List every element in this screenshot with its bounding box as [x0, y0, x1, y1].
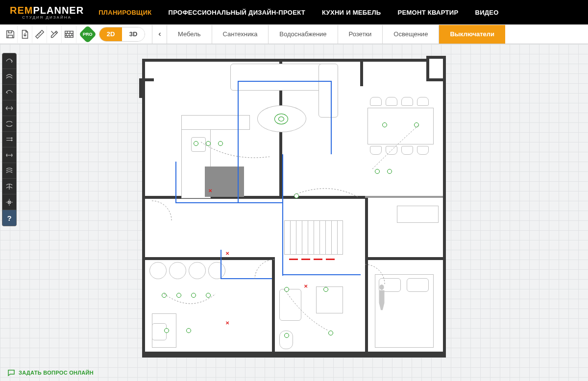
- nav-video[interactable]: ВИДЕО: [475, 9, 498, 16]
- view-2d-button[interactable]: 2D: [99, 27, 122, 41]
- wall-tool-button[interactable]: [62, 25, 76, 43]
- toolbar: PRO 2D 3D Мебель Сантехника Водоснабжени…: [0, 24, 588, 44]
- left-toolbar: ?: [2, 53, 17, 226]
- ask-online-button[interactable]: ЗАДАТЬ ВОПРОС ОНЛАЙН: [7, 368, 94, 377]
- pro-badge[interactable]: PRO: [79, 25, 97, 43]
- toolbar-help[interactable]: ?: [2, 210, 16, 226]
- view-3d-button[interactable]: 3D: [122, 27, 145, 41]
- tab-plumbing[interactable]: Сантехника: [212, 25, 269, 44]
- save-button[interactable]: [3, 25, 18, 43]
- toolbar-switch-3[interactable]: [2, 85, 16, 100]
- svg-point-2: [379, 285, 384, 290]
- measure-button[interactable]: [32, 25, 47, 43]
- pro-label: PRO: [83, 31, 93, 36]
- category-tabs: Мебель Сантехника Водоснабжение Розетки …: [167, 25, 588, 44]
- logo-text-1: REM: [10, 5, 33, 16]
- view-toggle: 2D 3D: [99, 27, 145, 42]
- top-nav: REMPLANNER СТУДИЯ ДИЗАЙНА ПЛАНИРОВЩИК ПР…: [0, 0, 588, 24]
- logo[interactable]: REMPLANNER СТУДИЯ ДИЗАЙНА: [10, 5, 84, 20]
- chat-icon: [7, 368, 16, 377]
- ask-online-label: ЗАДАТЬ ВОПРОС ОНЛАЙН: [19, 370, 94, 376]
- tab-water[interactable]: Водоснабжение: [268, 25, 337, 44]
- logo-subtitle: СТУДИЯ ДИЗАЙНА: [10, 15, 84, 20]
- tools-button[interactable]: [47, 25, 62, 43]
- floorplan[interactable]: ✕ ✕ ✕ ✕: [142, 59, 446, 357]
- canvas[interactable]: ✕ ✕ ✕ ✕: [0, 44, 588, 381]
- tab-furniture[interactable]: Мебель: [167, 25, 212, 44]
- nav-design-project[interactable]: ПРОФЕССИОНАЛЬНЫЙ ДИЗАЙН-ПРОЕКТ: [169, 9, 305, 16]
- tab-switches[interactable]: Выключатели: [439, 25, 505, 44]
- toolbar-switch-4[interactable]: [2, 100, 16, 116]
- toolbar-switch-9[interactable]: [2, 179, 16, 194]
- toolbar-switch-6[interactable]: [2, 132, 16, 147]
- logo-text-2: PLANNER: [33, 5, 84, 16]
- toolbar-switch-7[interactable]: [2, 147, 16, 163]
- toolbar-switch-5[interactable]: [2, 116, 16, 132]
- tab-sockets[interactable]: Розетки: [338, 25, 383, 44]
- nav-kitchens[interactable]: КУХНИ И МЕБЕЛЬ: [322, 9, 381, 16]
- tabs-prev-button[interactable]: [152, 25, 167, 44]
- toolbar-switch-1[interactable]: [2, 53, 16, 69]
- toolbar-switch-2[interactable]: [2, 69, 16, 85]
- nav-renovation[interactable]: РЕМОНТ КВАРТИР: [398, 9, 459, 16]
- nav-planner[interactable]: ПЛАНИРОВЩИК: [98, 9, 151, 16]
- toolbar-sensor[interactable]: [2, 194, 16, 210]
- toolbar-switch-8[interactable]: [2, 163, 16, 179]
- tab-lighting[interactable]: Освещение: [382, 25, 439, 44]
- file-button[interactable]: [18, 25, 32, 43]
